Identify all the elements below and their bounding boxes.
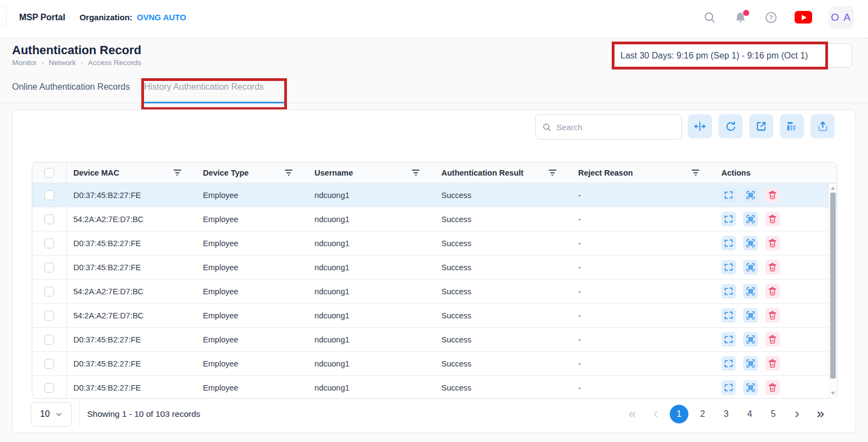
table-scrollbar[interactable] <box>829 184 836 398</box>
delete-button[interactable] <box>765 356 780 371</box>
cell-device-mac: D0:37:45:B2:27:FE <box>67 359 197 368</box>
scrollbar-thumb[interactable] <box>830 193 836 379</box>
scrollbar-up-icon[interactable] <box>829 185 837 191</box>
delete-button[interactable] <box>765 332 780 347</box>
qr-details-button[interactable] <box>743 212 758 226</box>
columns-settings-button[interactable] <box>780 114 804 138</box>
youtube-icon[interactable] <box>795 10 812 25</box>
cell-reject-reason: - <box>572 191 715 200</box>
row-checkbox[interactable] <box>44 359 54 369</box>
delete-button[interactable] <box>765 188 780 202</box>
qr-details-button[interactable] <box>743 188 758 202</box>
delete-icon <box>767 214 778 224</box>
scrollbar-down-icon[interactable] <box>829 390 837 397</box>
fullscreen-button[interactable] <box>721 236 736 251</box>
row-select-cell <box>32 231 67 255</box>
last-page-button[interactable] <box>811 405 830 423</box>
open-external-button[interactable] <box>749 114 773 138</box>
tab-online-authentication-records[interactable]: Online Authentication Records <box>12 82 130 92</box>
breadcrumb-monitor[interactable]: Monitor <box>12 59 37 67</box>
column-filter-icon[interactable] <box>549 170 556 176</box>
next-page-button[interactable] <box>787 405 806 423</box>
brand-msp-portal[interactable]: MSP Portal <box>19 13 65 22</box>
fullscreen-button[interactable] <box>721 188 736 202</box>
page-number-button[interactable]: 3 <box>717 405 735 423</box>
page-number-button-active[interactable]: 1 <box>670 405 688 423</box>
delete-button[interactable] <box>765 284 780 299</box>
qr-details-button[interactable] <box>743 332 758 347</box>
avatar[interactable]: O A <box>829 6 854 29</box>
notification-bell-icon[interactable] <box>733 10 748 25</box>
qr-details-button[interactable] <box>743 236 758 251</box>
date-range-picker[interactable]: Last 30 Days: 9:16 pm (Sep 1) - 9:16 pm … <box>614 43 852 68</box>
qr-details-button[interactable] <box>743 356 758 371</box>
first-page-button[interactable] <box>623 405 641 423</box>
column-filter-icon[interactable] <box>174 170 181 176</box>
column-header-label: Device Type <box>203 168 249 177</box>
fullscreen-button[interactable] <box>721 356 736 371</box>
cell-username: ndcuong1 <box>308 383 435 392</box>
search-input[interactable] <box>556 123 675 132</box>
row-checkbox[interactable] <box>44 214 54 224</box>
qr-details-button[interactable] <box>743 380 758 395</box>
cell-actions <box>715 236 837 251</box>
row-select-cell <box>32 304 67 327</box>
row-checkbox[interactable] <box>44 335 54 345</box>
export-button[interactable] <box>810 114 835 138</box>
fullscreen-button[interactable] <box>721 212 736 226</box>
page-number-button[interactable]: 2 <box>693 405 712 423</box>
column-filter-icon[interactable] <box>692 170 699 176</box>
row-checkbox[interactable] <box>44 190 54 200</box>
fullscreen-icon <box>723 382 734 393</box>
row-select-cell <box>32 376 67 399</box>
top-bar: MSP Portal Organization: OVNG AUTO <box>0 0 868 38</box>
column-filter-icon[interactable] <box>412 170 419 176</box>
delete-button[interactable] <box>765 260 780 275</box>
resize-columns-icon <box>693 120 706 133</box>
fullscreen-button[interactable] <box>721 284 736 299</box>
help-icon[interactable]: ? <box>764 10 778 25</box>
cell-authentication-result: Success <box>435 359 572 368</box>
row-checkbox[interactable] <box>44 383 54 393</box>
page-size-select[interactable]: 10 <box>31 402 72 427</box>
delete-button[interactable] <box>765 236 780 251</box>
delete-button[interactable] <box>765 380 780 395</box>
qr-details-button[interactable] <box>743 284 758 299</box>
delete-icon <box>767 382 778 393</box>
breadcrumb: Monitor - Network - Access Records <box>12 59 141 67</box>
fullscreen-icon <box>723 262 734 272</box>
page-number-button[interactable]: 4 <box>740 405 759 423</box>
refresh-button[interactable] <box>718 114 743 138</box>
breadcrumb-access-records[interactable]: Access Records <box>88 59 142 67</box>
qr-details-button[interactable] <box>743 308 758 323</box>
row-checkbox[interactable] <box>44 311 54 321</box>
page-number-button[interactable]: 5 <box>764 405 783 423</box>
fullscreen-button[interactable] <box>721 380 736 395</box>
cell-device-type: Employee <box>197 215 308 224</box>
fullscreen-button[interactable] <box>721 260 736 275</box>
tabbar-divider <box>0 103 868 103</box>
organization-value[interactable]: OVNG AUTO <box>137 13 186 22</box>
column-filter-icon[interactable] <box>285 170 292 176</box>
qr-details-button[interactable] <box>743 260 758 275</box>
column-header: Authentication Result <box>435 168 572 177</box>
select-all-checkbox[interactable] <box>44 168 54 178</box>
table-toolbar <box>688 114 835 138</box>
cell-reject-reason: - <box>572 359 715 368</box>
column-header-label: Authentication Result <box>441 168 524 177</box>
delete-button[interactable] <box>765 308 780 323</box>
fullscreen-button[interactable] <box>721 332 736 347</box>
prev-page-button[interactable] <box>646 405 665 423</box>
fullscreen-button[interactable] <box>721 308 736 323</box>
sidebar-toggle[interactable] <box>0 5 7 26</box>
breadcrumb-network[interactable]: Network <box>49 59 76 67</box>
table-search <box>535 114 682 139</box>
search-icon[interactable] <box>703 10 717 25</box>
resize-columns-button[interactable] <box>688 114 712 138</box>
row-checkbox[interactable] <box>44 287 54 296</box>
fullscreen-icon <box>723 334 734 345</box>
row-checkbox[interactable] <box>44 239 54 248</box>
row-checkbox[interactable] <box>44 263 54 272</box>
delete-button[interactable] <box>765 212 780 226</box>
tab-history-authentication-records[interactable]: History Authentication Records <box>144 82 264 92</box>
